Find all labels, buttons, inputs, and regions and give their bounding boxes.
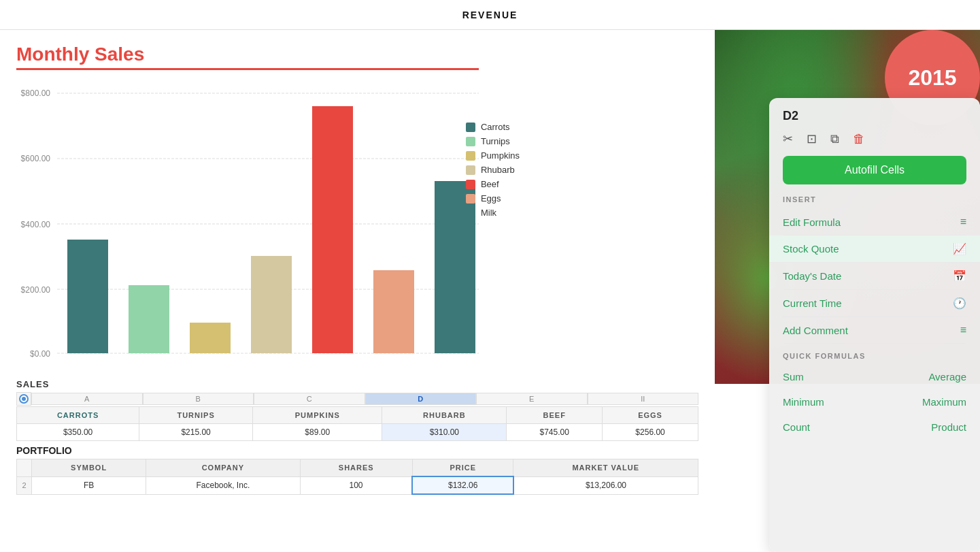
col-letter-II[interactable]: II	[588, 393, 699, 405]
portfolio-header-price: PRICE	[412, 459, 513, 477]
top-bar: REVENUE	[0, 0, 980, 30]
insert-section-label: INSERT	[783, 195, 966, 204]
table-row: 2 FB Facebook, Inc. 100 $132.06 $13,206.…	[17, 476, 698, 494]
monthly-sales-underline	[16, 68, 479, 70]
sales-header-pumpkins: PUMPKINS	[253, 407, 382, 424]
quick-formulas-label: QUICK FORMULAS	[783, 352, 966, 360]
sales-cell-eggs[interactable]: $256.00	[603, 424, 698, 441]
svg-text:$600.00: $600.00	[21, 154, 51, 163]
col-letter-E[interactable]: E	[476, 393, 588, 405]
portfolio-cell-market-value[interactable]: $13,206.00	[513, 476, 698, 494]
sales-cell-beef[interactable]: $745.00	[507, 424, 603, 441]
clock-icon: 🕐	[953, 297, 966, 310]
legend-pumpkins: Pumpkins	[466, 150, 520, 161]
cell-reference: D2	[783, 109, 966, 123]
svg-text:$200.00: $200.00	[21, 285, 51, 295]
app-title: REVENUE	[462, 10, 518, 20]
portfolio-section: PORTFOLIO SYMBOL COMPANY SHARES PRICE MA…	[16, 445, 698, 495]
bar-chart: $800.00 $600.00 $400.00 $200.00 $0.00	[16, 81, 506, 367]
menu-item-add-comment-label: Add Comment	[783, 325, 848, 336]
portfolio-cell-symbol[interactable]: FB	[32, 476, 146, 494]
sales-header-eggs: EGGS	[603, 407, 698, 424]
qf-minimum[interactable]: Minimum	[783, 391, 875, 413]
svg-text:$0.00: $0.00	[30, 349, 50, 359]
menu-item-edit-formula[interactable]: Edit Formula ≡	[783, 209, 966, 236]
sales-table: CARROTS TURNIPS PUMPKINS RHUBARB BEEF EG…	[16, 406, 698, 441]
qf-maximum[interactable]: Maximum	[875, 391, 966, 413]
menu-item-add-comment[interactable]: Add Comment ≡	[783, 317, 966, 344]
legend-eggs: Eggs	[466, 193, 520, 204]
sales-header-carrots: CARROTS	[17, 407, 139, 424]
card-toolbar: ✂ ⊡ ⧉ 🗑	[783, 131, 966, 146]
legend-beef: Beef	[466, 179, 520, 189]
bar-beef	[312, 106, 353, 353]
portfolio-header-company: COMPANY	[146, 459, 300, 477]
bar-rhubarb	[251, 256, 292, 353]
col-letter-B[interactable]: B	[143, 393, 254, 405]
legend-milk: Milk	[466, 208, 520, 218]
comment-icon: ≡	[960, 324, 966, 336]
svg-text:$400.00: $400.00	[21, 220, 51, 229]
chart-container: $800.00 $600.00 $400.00 $200.00 $0.00	[16, 81, 520, 374]
bar-pumpkins	[190, 323, 231, 353]
cut-icon[interactable]: ✂	[783, 131, 793, 146]
portfolio-header-market-value: MARKET VALUE	[513, 459, 698, 477]
monthly-sales-title: Monthly Sales	[16, 44, 698, 65]
menu-item-current-time-label: Current Time	[783, 297, 842, 309]
row-indicator-cell	[16, 392, 31, 406]
row-number-2: 2	[17, 476, 32, 494]
portfolio-cell-price[interactable]: $132.06	[412, 476, 513, 494]
bar-carrots	[67, 240, 108, 353]
sales-header-turnips: TURNIPS	[139, 407, 253, 424]
qf-product[interactable]: Product	[875, 416, 966, 438]
menu-item-stock-quote-label: Stock Quote	[783, 243, 839, 255]
legend-carrots: Carrots	[466, 122, 520, 132]
calendar-icon: 📅	[953, 270, 966, 282]
formula-icon: ≡	[960, 216, 966, 228]
col-letter-A[interactable]: A	[31, 393, 143, 405]
sales-header-beef: BEEF	[507, 407, 603, 424]
paste-icon[interactable]: ⧉	[830, 132, 839, 146]
portfolio-cell-shares[interactable]: 100	[300, 476, 412, 494]
floating-card: D2 ✂ ⊡ ⧉ 🗑 Autofill Cells INSERT Edit Fo…	[769, 98, 980, 552]
portfolio-table: SYMBOL COMPANY SHARES PRICE MARKET VALUE…	[16, 459, 698, 495]
copy-border-icon[interactable]: ⊡	[807, 131, 817, 146]
sales-header-rhubarb: RHUBARB	[382, 407, 507, 424]
autofill-button[interactable]: Autofill Cells	[783, 156, 966, 184]
menu-item-current-time[interactable]: Current Time 🕐	[783, 290, 966, 317]
sales-section: SALES A B C D E II CARROTS TURNIPS PUMPK…	[16, 379, 698, 441]
quick-formulas-grid: Sum Average Minimum Maximum Count Produc…	[783, 366, 966, 438]
qf-sum[interactable]: Sum	[783, 366, 875, 388]
stock-quote-icon: 📈	[953, 242, 966, 255]
bar-eggs	[373, 270, 414, 353]
menu-item-stock-quote[interactable]: Stock Quote 📈	[769, 236, 980, 263]
sales-cell-turnips[interactable]: $215.00	[139, 424, 253, 441]
portfolio-header-symbol: SYMBOL	[32, 459, 146, 477]
menu-item-todays-date[interactable]: Today's Date 📅	[783, 263, 966, 290]
delete-icon[interactable]: 🗑	[853, 132, 865, 146]
sales-cell-carrots[interactable]: $350.00	[17, 424, 139, 441]
svg-text:$800.00: $800.00	[21, 88, 51, 98]
main-content: Monthly Sales $800.00 $600.00 $400.00 $2…	[0, 30, 715, 552]
menu-item-edit-formula-label: Edit Formula	[783, 216, 841, 228]
legend-rhubarb: Rhubarb	[466, 165, 520, 175]
col-letter-D[interactable]: D	[365, 393, 477, 405]
sales-label: SALES	[16, 379, 698, 389]
sales-cell-pumpkins[interactable]: $89.00	[253, 424, 382, 441]
bar-turnips	[129, 285, 169, 353]
qf-average[interactable]: Average	[875, 366, 966, 388]
chart-legend: Carrots Turnips Pumpkins Rhubarb Beef Eg…	[466, 122, 520, 218]
col-letter-C[interactable]: C	[254, 393, 365, 405]
legend-turnips: Turnips	[466, 136, 520, 146]
portfolio-label: PORTFOLIO	[16, 445, 698, 456]
year-text: 2015	[908, 65, 956, 91]
row-num-header	[17, 459, 32, 477]
menu-item-todays-date-label: Today's Date	[783, 270, 841, 282]
right-panel: 2015 D2 ✂ ⊡ ⧉ 🗑 Autofill Cells INSERT Ed…	[715, 30, 980, 552]
qf-count[interactable]: Count	[783, 416, 875, 438]
portfolio-header-shares: SHARES	[300, 459, 412, 477]
portfolio-cell-company[interactable]: Facebook, Inc.	[146, 476, 300, 494]
sales-cell-rhubarb[interactable]: $310.00	[382, 424, 507, 441]
